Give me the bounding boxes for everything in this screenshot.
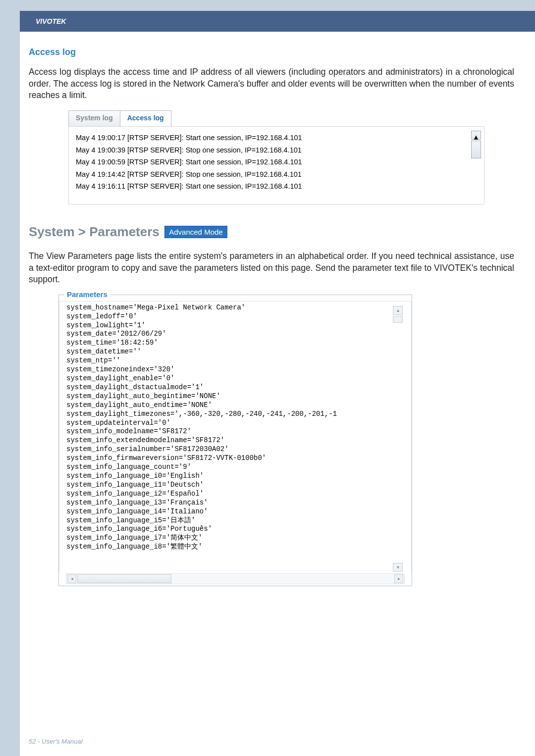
parameters-hscroll: ◂ ▸	[66, 573, 405, 584]
access-log-paragraph: Access log displays the access time and …	[29, 66, 514, 101]
advanced-mode-badge: Advanced Mode	[164, 226, 227, 238]
log-line: May 4 19:00:17 [RTSP SERVER]: Start one …	[76, 132, 477, 144]
scroll-thumb[interactable]	[471, 141, 481, 158]
system-parameters-heading: System > Parameters	[29, 224, 160, 240]
scroll-up-icon[interactable]: ▴	[393, 306, 403, 315]
log-line: May 4 19:16:11 [RTSP SERVER]: Start one …	[76, 180, 477, 193]
access-log-heading: Access log	[29, 47, 514, 57]
access-log-figure: System log Access log May 4 19:00:17 [RT…	[68, 110, 484, 204]
log-line: May 4 19:00:39 [RTSP SERVER]: Stop one s…	[76, 144, 477, 156]
log-line: May 4 19:14:42 [RTSP SERVER]: Stop one s…	[76, 168, 477, 181]
log-tabs: System log Access log	[68, 110, 484, 126]
brand-text: VIVOTEK	[36, 17, 66, 25]
parameters-legend: Parameters	[64, 290, 110, 299]
tab-system-log[interactable]: System log	[68, 110, 120, 126]
brand-header: VIVOTEK	[20, 11, 535, 32]
parameters-figure: Parameters system_hostname='Mega-Pixel N…	[58, 295, 412, 586]
parameters-text[interactable]: system_hostname='Mega-Pixel Network Came…	[59, 301, 412, 573]
scroll-up-icon[interactable]: ▲	[471, 131, 481, 140]
parameters-paragraph: The View Parameters page lists the entir…	[29, 251, 514, 286]
scroll-left-icon[interactable]: ◂	[67, 574, 76, 583]
system-parameters-heading-row: System > Parameters Advanced Mode	[29, 224, 514, 240]
scroll-down-icon[interactable]: ▾	[393, 563, 403, 572]
tab-access-log[interactable]: Access log	[120, 110, 171, 126]
page-top-stripe	[0, 0, 535, 11]
access-log-body: May 4 19:00:17 [RTSP SERVER]: Start one …	[68, 126, 484, 204]
parameters-vscroll: ▴ ▾	[393, 304, 404, 573]
log-line: May 4 19:00:59 [RTSP SERVER]: Start one …	[76, 156, 477, 168]
scroll-thumb[interactable]	[393, 316, 403, 323]
scroll-thumb-h[interactable]	[77, 574, 171, 583]
page-left-band	[0, 11, 20, 756]
page-footer: 52 - User's Manual	[29, 738, 83, 745]
scroll-right-icon[interactable]: ▸	[394, 574, 403, 583]
parameters-fieldset: Parameters system_hostname='Mega-Pixel N…	[58, 295, 412, 586]
